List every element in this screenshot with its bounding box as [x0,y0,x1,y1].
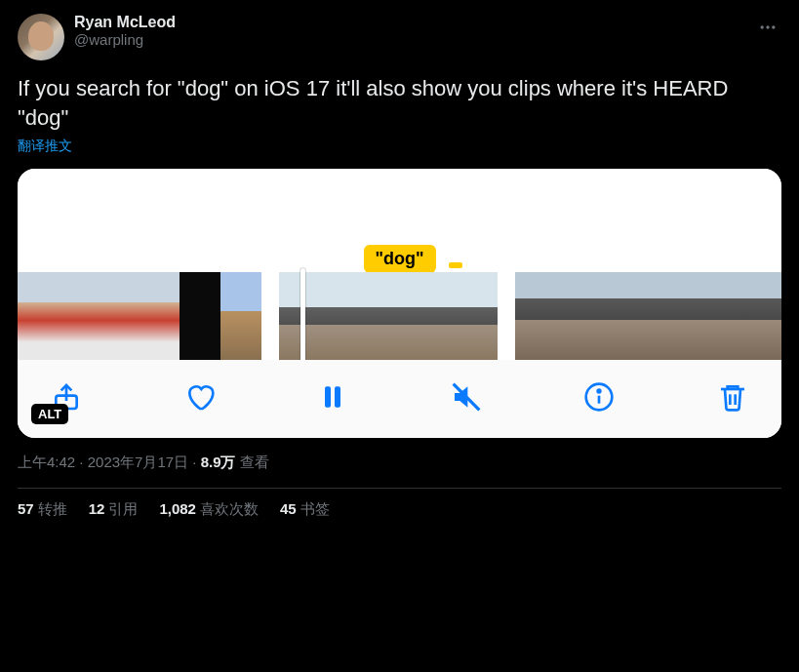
media-whitespace [18,169,781,257]
likes-stat[interactable]: 1,082喜欢次数 [159,500,259,519]
thumbnail-frame [220,272,261,360]
thumbnail-frame [139,272,180,360]
thumbnail-frame [180,272,220,360]
retweets-stat[interactable]: 57转推 [18,500,67,519]
thumbnail-frame [279,272,334,360]
playhead[interactable] [300,268,305,360]
translate-link[interactable]: 翻译推文 [18,138,72,155]
thumbnail-frame [564,272,613,360]
thumbnail-frame [759,272,781,360]
thumbnail-frame [613,272,661,360]
thumbnail-frame [661,272,710,360]
tweet-date[interactable]: 2023年7月17日 [88,454,188,470]
mute-icon[interactable] [451,381,482,413]
thumbnail-frame [710,272,759,360]
thumbnail-frame [388,272,443,360]
marker-icon [449,262,462,268]
tweet-time[interactable]: 上午4:42 [18,454,75,470]
info-icon[interactable] [583,381,615,413]
svg-point-2 [772,25,775,28]
svg-point-9 [598,390,601,393]
stats-row: 57转推 12引用 1,082喜欢次数 45书签 [18,500,781,519]
views-count: 8.9万 [201,454,236,470]
svg-point-1 [766,25,769,28]
media-card[interactable]: "dog" [18,169,781,438]
tweet-text: If you search for "dog" on iOS 17 it'll … [18,74,781,132]
tweet-header: Ryan McLeod @warpling [18,14,781,60]
caption-tag: "dog" [363,245,435,273]
clip-group-3[interactable] [515,272,781,360]
thumbnail-frame [57,272,98,360]
media-toolbar [18,360,781,438]
svg-point-0 [761,25,764,28]
more-icon[interactable] [754,14,781,45]
svg-rect-4 [325,387,331,408]
avatar[interactable] [18,14,64,60]
thumbnail-frame [443,272,498,360]
clip-group-1[interactable] [18,272,261,360]
thumbnail-frame [18,272,57,360]
alt-badge[interactable]: ALT [31,404,68,424]
trash-icon[interactable] [717,381,748,413]
pause-icon[interactable] [317,381,348,413]
video-timeline[interactable] [18,257,781,360]
views-label: 查看 [240,454,269,470]
tweet-meta: 上午4:42 · 2023年7月17日 · 8.9万 查看 [18,454,781,472]
user-handle[interactable]: @warpling [74,31,754,48]
thumbnail-frame [515,272,564,360]
tweet-container: Ryan McLeod @warpling If you search for … [0,0,799,533]
svg-rect-5 [335,387,340,408]
thumbnail-frame [98,272,139,360]
divider [18,488,781,489]
thumbnail-frame [334,272,388,360]
display-name[interactable]: Ryan McLeod [74,14,754,31]
clip-group-2[interactable] [279,272,498,360]
bookmarks-stat[interactable]: 45书签 [280,500,330,519]
heart-icon[interactable] [184,381,216,413]
user-block: Ryan McLeod @warpling [74,14,754,48]
quotes-stat[interactable]: 12引用 [89,500,139,519]
